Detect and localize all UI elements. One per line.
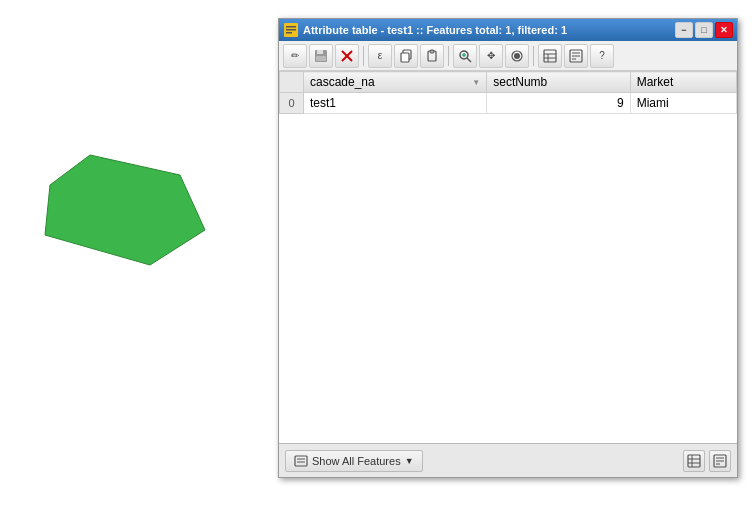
- new-attribute-button[interactable]: ε: [368, 44, 392, 68]
- close-button[interactable]: ✕: [715, 22, 733, 38]
- svg-rect-2: [286, 26, 296, 28]
- separator-1: [363, 46, 364, 66]
- toolbar: ✏ ε ✥ ?: [279, 41, 737, 71]
- status-icons: [683, 450, 731, 472]
- col-header-cascade_na[interactable]: cascade_na ▼: [304, 72, 487, 93]
- svg-rect-13: [430, 50, 434, 53]
- svg-rect-6: [317, 50, 323, 54]
- svg-point-19: [514, 53, 520, 59]
- invert-selection-button[interactable]: [505, 44, 529, 68]
- svg-line-15: [467, 58, 471, 62]
- svg-marker-0: [45, 155, 205, 265]
- form-view-button[interactable]: [564, 44, 588, 68]
- data-table: cascade_na ▼ sectNumb Market: [279, 71, 737, 114]
- svg-rect-3: [286, 29, 296, 31]
- cell-cascade_na: test1: [304, 93, 487, 114]
- maximize-button[interactable]: □: [695, 22, 713, 38]
- svg-rect-4: [286, 32, 292, 34]
- help-button[interactable]: ?: [590, 44, 614, 68]
- svg-rect-11: [401, 53, 409, 62]
- list-view-icon-button[interactable]: [683, 450, 705, 472]
- window-title: Attribute table - test1 :: Features tota…: [303, 24, 675, 36]
- row-num-cell: 0: [280, 93, 304, 114]
- cell-Market: Miami: [630, 93, 736, 114]
- table-view-button[interactable]: [538, 44, 562, 68]
- col-header-sectNumb[interactable]: sectNumb: [487, 72, 630, 93]
- title-bar: Attribute table - test1 :: Features tota…: [279, 19, 737, 41]
- table-row: 0 test1 9 Miami: [280, 93, 737, 114]
- pan-selected-button[interactable]: ✥: [479, 44, 503, 68]
- svg-rect-20: [544, 50, 556, 62]
- attribute-table[interactable]: cascade_na ▼ sectNumb Market: [279, 71, 737, 443]
- cell-sectNumb: 9: [487, 93, 630, 114]
- polygon-shape: [30, 145, 210, 278]
- col-header-Market[interactable]: Market: [630, 72, 736, 93]
- delete-selected-button[interactable]: [335, 44, 359, 68]
- window-icon: [283, 22, 299, 38]
- filter-icon: [294, 454, 308, 468]
- show-features-arrow: ▼: [405, 456, 414, 466]
- zoom-selected-button[interactable]: [453, 44, 477, 68]
- separator-3: [533, 46, 534, 66]
- minimize-button[interactable]: −: [675, 22, 693, 38]
- row-num-header: [280, 72, 304, 93]
- status-bar: Show All Features ▼: [279, 443, 737, 477]
- svg-rect-28: [295, 456, 307, 466]
- svg-rect-7: [316, 56, 326, 61]
- save-edits-button[interactable]: [309, 44, 333, 68]
- sort-icon: ▼: [472, 78, 480, 87]
- paste-button[interactable]: [420, 44, 444, 68]
- separator-2: [448, 46, 449, 66]
- svg-rect-31: [688, 455, 700, 467]
- copy-button[interactable]: [394, 44, 418, 68]
- window-controls: − □ ✕: [675, 22, 733, 38]
- attribute-table-window: Attribute table - test1 :: Features tota…: [278, 18, 738, 478]
- show-features-button[interactable]: Show All Features ▼: [285, 450, 423, 472]
- form-view-icon-button[interactable]: [709, 450, 731, 472]
- edit-toggle-button[interactable]: ✏: [283, 44, 307, 68]
- show-features-label: Show All Features: [312, 455, 401, 467]
